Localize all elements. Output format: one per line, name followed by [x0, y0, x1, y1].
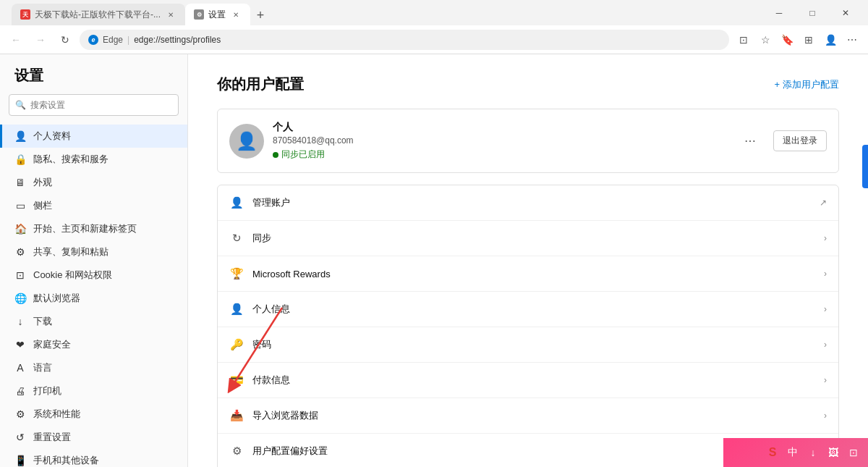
family-icon: ❤ [14, 339, 26, 350]
sidebar-label-share: 共享、复制和粘贴 [33, 245, 109, 258]
sidebar-item-startup[interactable]: 🏠 开始、主页和新建标签页 [0, 217, 187, 240]
appearance-icon: 🖥 [14, 177, 26, 188]
sidebar-item-share[interactable]: ⚙ 共享、复制和粘贴 [0, 240, 187, 264]
tab1-close[interactable]: ✕ [165, 9, 176, 20]
forward-button[interactable]: → [30, 30, 51, 50]
sidebar-item-reset[interactable]: ↺ 重置设置 [0, 426, 187, 449]
profile-icon: 👤 [14, 130, 26, 142]
sidebar-title: 设置 [0, 66, 187, 94]
rewards-icon: 🏆 [229, 266, 244, 281]
sidebar-icon: ▭ [14, 200, 26, 211]
sidebar-label-family: 家庭安全 [33, 338, 71, 351]
search-input[interactable] [30, 100, 172, 110]
printer-icon: 🖨 [14, 385, 26, 397]
back-button[interactable]: ← [6, 30, 26, 50]
minimize-button[interactable]: ─ [762, 0, 796, 25]
tab1-favicon: 天 [20, 9, 30, 20]
addressbar: ← → ↻ e Edge | edge://settings/profiles … [0, 25, 868, 54]
address-separator: | [127, 35, 129, 45]
favorites-button[interactable]: ☆ [755, 30, 775, 50]
taskbar-icon-3: ↓ [804, 444, 822, 461]
mobile-icon: 📱 [14, 455, 26, 466]
chevron-right-icon-payment: › [824, 375, 827, 385]
sidebar-item-profile[interactable]: 👤 个人资料 [0, 125, 187, 148]
language-icon: A [14, 362, 26, 374]
sidebar-label-system: 系统和性能 [33, 408, 80, 421]
maximize-button[interactable]: □ [796, 0, 829, 25]
sidebar-item-privacy[interactable]: 🔒 隐私、搜索和服务 [0, 148, 187, 171]
tab-1[interactable]: 天 天极下载站-正版软件下载平台-... ✕ [12, 4, 185, 25]
settings-label-password: 密码 [252, 338, 815, 351]
chevron-right-icon-sync: › [824, 233, 827, 243]
payment-icon: 💳 [229, 373, 244, 387]
search-box[interactable]: 🔍 [9, 94, 179, 116]
settings-label-payment: 付款信息 [252, 374, 815, 387]
sidebar-item-mobile[interactable]: 📱 手机和其他设备 [0, 449, 187, 467]
sidebar-label-default: 默认浏览器 [33, 292, 80, 305]
taskbar-icon-1: S [764, 444, 781, 461]
sidebar-label-startup: 开始、主页和新建标签页 [33, 222, 137, 235]
tab2-close[interactable]: ✕ [230, 9, 242, 20]
split-screen-button[interactable]: ⊡ [733, 30, 754, 50]
sidebar-item-default[interactable]: 🌐 默认浏览器 [0, 287, 187, 310]
account-button[interactable]: 👤 [820, 30, 841, 50]
avatar: 👤 [229, 124, 264, 159]
cookies-icon: ⊡ [14, 269, 26, 281]
sidebar-item-language[interactable]: A 语言 [0, 356, 187, 379]
sidebar-item-sidebar[interactable]: ▭ 侧栏 [0, 194, 187, 217]
page-title: 你的用户配置 [217, 75, 304, 94]
external-link-icon: ↗ [820, 198, 827, 208]
settings-label-sync: 同步 [252, 232, 815, 245]
settings-item-manage[interactable]: 👤 管理账户 ↗ [218, 185, 838, 221]
profile-email: 870584018@qq.com [273, 135, 733, 146]
default-browser-icon: 🌐 [14, 293, 26, 304]
download-icon: ↓ [14, 316, 26, 327]
password-icon: 🔑 [229, 337, 244, 352]
sync-status: 同步已启用 [281, 148, 325, 161]
settings-item-rewards[interactable]: 🏆 Microsoft Rewards › [218, 256, 838, 292]
sidebar-item-cookies[interactable]: ⊡ Cookie 和网站权限 [0, 264, 187, 287]
collections-button[interactable]: 🔖 [777, 30, 797, 50]
settings-more-button[interactable]: ⋯ [842, 30, 862, 50]
settings-item-personal[interactable]: 👤 个人信息 › [218, 292, 838, 327]
main-layout: 设置 🔍 👤 个人资料 🔒 隐私、搜索和服务 🖥 外观 ▭ 侧栏 🏠 开始、主页… [0, 54, 868, 467]
settings-item-password[interactable]: 🔑 密码 › [218, 327, 838, 363]
sidebar-item-printer[interactable]: 🖨 打印机 [0, 379, 187, 403]
settings-item-import[interactable]: 📥 导入浏览器数据 › [218, 398, 838, 434]
logout-button[interactable]: 退出登录 [773, 130, 827, 151]
add-profile-button[interactable]: + 添加用户配置 [774, 78, 839, 91]
sidebar-item-system[interactable]: ⚙ 系统和性能 [0, 403, 187, 426]
privacy-icon: 🔒 [14, 153, 26, 165]
sidebar-label-mobile: 手机和其他设备 [33, 454, 99, 467]
chevron-right-icon-personal: › [824, 304, 827, 314]
sync-icon: ↻ [229, 231, 244, 245]
chevron-right-icon-password: › [824, 340, 827, 350]
browser-essentials-button[interactable]: ⊞ [799, 30, 819, 50]
sidebar-label-language: 语言 [33, 361, 52, 374]
tab-settings[interactable]: ⚙ 设置 ✕ [185, 4, 250, 25]
settings-list: 👤 管理账户 ↗ ↻ 同步 › 🏆 Microsoft Rewards › 👤 … [217, 185, 839, 467]
content-header: 你的用户配置 + 添加用户配置 [217, 75, 839, 94]
refresh-button[interactable]: ↻ [55, 30, 75, 50]
sidebar-item-download[interactable]: ↓ 下载 [0, 310, 187, 333]
sidebar-label-appearance: 外观 [33, 176, 52, 189]
new-tab-button[interactable]: + [250, 5, 271, 25]
sidebar-label-profile: 个人资料 [33, 130, 71, 143]
sidebar-label-privacy: 隐私、搜索和服务 [33, 153, 109, 166]
chevron-right-icon-rewards: › [824, 269, 827, 279]
settings-label-rewards: Microsoft Rewards [252, 269, 815, 279]
settings-item-sync[interactable]: ↻ 同步 › [218, 221, 838, 256]
sidebar: 设置 🔍 👤 个人资料 🔒 隐私、搜索和服务 🖥 外观 ▭ 侧栏 🏠 开始、主页… [0, 54, 188, 467]
settings-item-payment[interactable]: 💳 付款信息 › [218, 363, 838, 398]
profile-more-button[interactable]: ⋯ [741, 131, 759, 151]
sidebar-item-appearance[interactable]: 🖥 外观 [0, 171, 187, 194]
profile-info: 个人 870584018@qq.com 同步已启用 [273, 121, 733, 161]
preferences-icon: ⚙ [229, 444, 244, 458]
reset-icon: ↺ [14, 432, 26, 443]
close-button[interactable]: ✕ [829, 0, 862, 25]
import-icon: 📥 [229, 408, 244, 423]
sidebar-item-family[interactable]: ❤ 家庭安全 [0, 333, 187, 356]
profile-name: 个人 [273, 121, 733, 134]
address-box[interactable]: e Edge | edge://settings/profiles [80, 30, 729, 50]
titlebar: 天 天极下载站-正版软件下载平台-... ✕ ⚙ 设置 ✕ + ─ □ ✕ [0, 0, 868, 25]
